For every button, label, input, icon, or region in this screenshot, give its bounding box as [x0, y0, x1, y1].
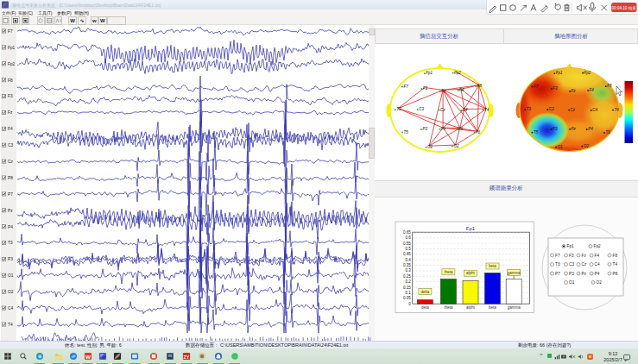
svg-text:ZY: ZY	[184, 355, 190, 360]
svg-text:00:04:10 结束: 00:04:10 结束	[612, 6, 637, 10]
svg-text:W: W	[85, 354, 91, 360]
